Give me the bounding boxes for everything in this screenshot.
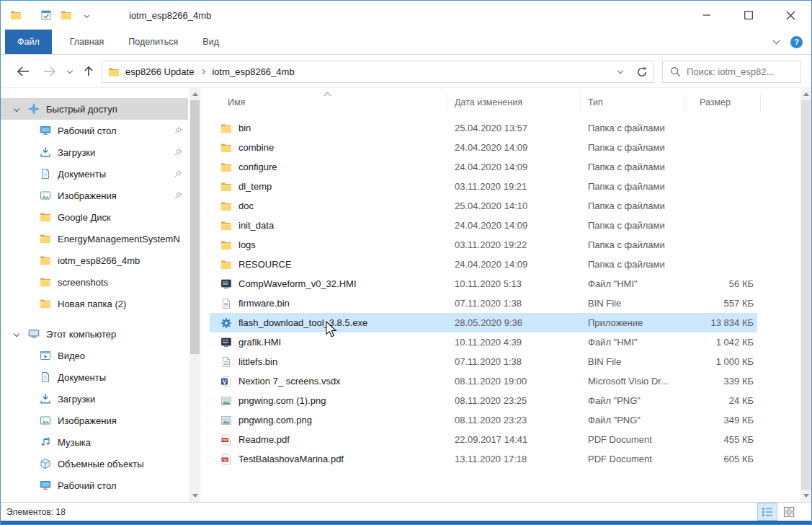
- file-row[interactable]: combine24.04.2020 14:09Папка с файлами: [210, 138, 757, 157]
- pin-icon: [174, 126, 182, 135]
- file-row[interactable]: bin25.04.2020 13:57Папка с файлами: [210, 118, 757, 138]
- file-row[interactable]: pngwing.com.png08.11.2020 23:23Файл "PNG…: [210, 410, 757, 430]
- file-name: Nextion 7_ screens.vsdx: [238, 376, 341, 387]
- file-list-scrollbar[interactable]: [800, 88, 811, 502]
- refresh-button[interactable]: [631, 61, 653, 82]
- file-type: BIN File: [581, 298, 685, 309]
- quick-access-star-icon: [28, 103, 40, 115]
- close-button[interactable]: [769, 1, 811, 30]
- ribbon-expand-chevron-icon[interactable]: [773, 37, 780, 44]
- scroll-up-icon[interactable]: [803, 92, 809, 96]
- sidebar-item[interactable]: Быстрый доступ: [1, 98, 188, 120]
- file-row[interactable]: Readme.pdf22.09.2017 14:41PDF Document45…: [210, 430, 757, 449]
- column-header[interactable]: Размер: [685, 94, 761, 112]
- file-row[interactable]: TestBalashovaMarina.pdf13.11.2020 17:18P…: [210, 449, 757, 469]
- sidebar-item[interactable]: Изображения: [1, 410, 188, 431]
- ribbon-tab[interactable]: Вид: [190, 30, 231, 54]
- 3d-objects-icon: [40, 458, 51, 469]
- forward-button[interactable]: [39, 61, 61, 82]
- file-name-cell: configure: [210, 162, 447, 173]
- file-row[interactable]: configure24.04.2020 14:09Папка с файлами: [210, 157, 757, 177]
- sidebar-item[interactable]: Объемные объекты: [1, 453, 188, 475]
- file-row[interactable]: CompWaveform_v0_32.HMI10.11.2020 5:13Фай…: [210, 274, 757, 294]
- scroll-down-icon[interactable]: [192, 494, 198, 498]
- search-input[interactable]: Поиск: iotm_esp82...: [687, 66, 774, 77]
- sidebar-item[interactable]: screenshots: [1, 271, 188, 293]
- sort-ascending-icon: [324, 92, 331, 99]
- breadcrumb-item[interactable]: iotm_esp8266_4mb: [209, 66, 297, 77]
- sidebar-item-label: Рабочий стол: [58, 125, 174, 136]
- maximize-button[interactable]: [728, 1, 769, 30]
- sidebar-item[interactable]: Загрузки: [1, 141, 188, 163]
- sidebar-item[interactable]: Рабочий стол: [1, 475, 188, 496]
- qat-properties-button[interactable]: [38, 6, 54, 24]
- sidebar-item[interactable]: Google Диск: [1, 206, 188, 228]
- address-dropdown-button[interactable]: [610, 61, 631, 82]
- scroll-down-icon[interactable]: [803, 494, 809, 498]
- forward-arrow-icon: [43, 66, 57, 77]
- details-view-button[interactable]: [758, 503, 777, 520]
- ribbon-tab[interactable]: Главная: [58, 30, 117, 54]
- file-row[interactable]: RESOURCE24.04.2020 14:09Папка с файлами: [210, 255, 757, 274]
- expander-chevron-icon[interactable]: [14, 106, 19, 112]
- sidebar-item[interactable]: Документы: [1, 366, 188, 388]
- sidebar-item-label: Документы: [58, 372, 188, 383]
- chevron-down-icon: [67, 67, 73, 73]
- file-date: 24.04.2020 14:09: [447, 162, 581, 172]
- sidebar-item[interactable]: Музыка: [1, 431, 188, 453]
- column-header[interactable]: Тип: [581, 94, 685, 112]
- file-name-cell: bin: [210, 123, 447, 134]
- minimize-button[interactable]: [686, 1, 728, 30]
- qat-customize-button[interactable]: [79, 6, 94, 24]
- sidebar-item[interactable]: Новая папка (2): [1, 293, 188, 314]
- sidebar-item[interactable]: Документы: [1, 163, 188, 185]
- sidebar-item[interactable]: Рабочий стол: [1, 120, 188, 141]
- sidebar-item[interactable]: iotm_esp8266_4mb: [1, 250, 188, 271]
- file-name: littlefs.bin: [238, 356, 277, 367]
- file-type: Папка с файлами: [581, 259, 685, 270]
- breadcrumb-item[interactable]: esp8266 Update: [122, 66, 197, 77]
- sidebar-item[interactable]: EnergyManagementSystemN: [1, 228, 188, 250]
- file-row[interactable]: grafik.HMI10.11.2020 4:39Файл "HMI"1 042…: [210, 332, 757, 352]
- file-row[interactable]: doc25.04.2020 14:10Папка с файлами: [210, 196, 757, 216]
- back-button[interactable]: [12, 61, 33, 82]
- sidebar-item[interactable]: Изображения: [1, 185, 188, 206]
- file-row[interactable]: dl_temp03.11.2020 19:21Папка с файлами: [210, 177, 757, 196]
- sidebar-item[interactable]: Загрузки: [1, 388, 188, 410]
- file-type: Файл "HMI": [581, 278, 685, 289]
- up-button[interactable]: [78, 61, 99, 82]
- status-bar: Элементов: 18: [1, 502, 811, 521]
- ribbon-tab[interactable]: Поделиться: [116, 30, 190, 54]
- column-header[interactable]: Дата изменения: [447, 94, 581, 112]
- file-type: Файл "PNG": [581, 415, 685, 425]
- breadcrumb-separator-icon: [200, 69, 205, 74]
- search-box[interactable]: Поиск: iotm_esp82...: [662, 61, 801, 83]
- file-row[interactable]: logs03.11.2020 19:22Папка с файлами: [210, 235, 757, 255]
- address-bar[interactable]: esp8266 Updateiotm_esp8266_4mb: [102, 61, 653, 83]
- scrollbar-thumb[interactable]: [190, 100, 200, 354]
- help-button[interactable]: ?: [790, 36, 803, 48]
- file-list-pane: ИмяДата измененияТипРазмер bin25.04.2020…: [202, 88, 800, 502]
- thumbnails-view-button[interactable]: [780, 503, 798, 520]
- file-size: 349 КБ: [685, 415, 757, 425]
- file-row[interactable]: flash_download_tool_3.8.5.exe28.05.2020 …: [210, 313, 757, 332]
- expander-chevron-icon[interactable]: [14, 331, 19, 337]
- file-row[interactable]: pngwing.com (1).png08.11.2020 23:25Файл …: [210, 391, 757, 410]
- file-date: 25.04.2020 14:10: [447, 200, 581, 211]
- scroll-up-icon[interactable]: [192, 92, 198, 96]
- file-row[interactable]: Nextion 7_ screens.vsdx08.11.2020 19:00M…: [210, 371, 757, 391]
- file-row[interactable]: init_data24.04.2020 14:09Папка с файлами: [210, 216, 757, 235]
- sidebar-item[interactable]: Видео: [1, 345, 188, 366]
- view-switcher: [758, 503, 798, 520]
- sidebar-scrollbar[interactable]: [189, 88, 200, 502]
- file-row[interactable]: firmware.bin07.11.2020 1:38BIN File557 К…: [210, 294, 757, 313]
- qat-new-folder-button[interactable]: [58, 6, 74, 24]
- recent-locations-button[interactable]: [63, 61, 76, 82]
- scrollbar-thumb[interactable]: [801, 100, 811, 490]
- file-row[interactable]: littlefs.bin07.11.2020 1:38BIN File1 000…: [210, 352, 757, 371]
- file-type: Папка с файлами: [581, 181, 685, 192]
- pictures-icon: [40, 190, 51, 201]
- sidebar-item[interactable]: Этот компьютер: [1, 323, 188, 345]
- column-header[interactable]: Имя: [210, 94, 447, 112]
- ribbon-tab[interactable]: Файл: [5, 30, 52, 54]
